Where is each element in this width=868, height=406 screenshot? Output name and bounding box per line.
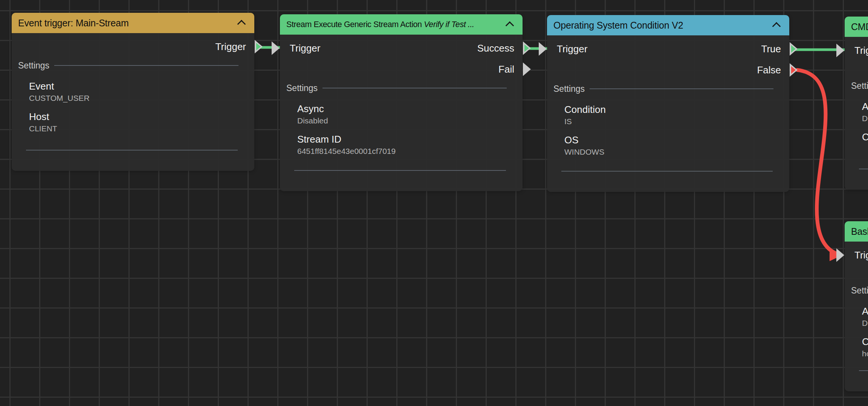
settings-label: Settings <box>851 81 868 91</box>
node-event-trigger[interactable]: Event trigger: Main-Stream Trigger Setti… <box>12 13 254 171</box>
port-row: Trigger True <box>547 38 789 59</box>
output-port-label: Fail <box>498 64 523 75</box>
chevron-up-icon[interactable] <box>237 20 246 28</box>
node-footer-divider <box>859 370 868 371</box>
field-stream-id: Stream ID 6451ff8145e43e0001cf7019 <box>297 133 505 157</box>
node-footer-divider <box>561 171 773 172</box>
settings-divider <box>322 88 507 88</box>
field-label: C <box>862 131 868 143</box>
field-label: Async <box>297 102 505 115</box>
node-header[interactable]: Stream Execute Generic Stream Action Ver… <box>280 14 523 35</box>
input-port-trigger[interactable] <box>539 42 547 56</box>
field-event: Event CUSTOM_USER <box>29 80 237 104</box>
node-title: CMD <box>851 21 868 32</box>
node-stream-execute[interactable]: Stream Execute Generic Stream Action Ver… <box>280 14 523 191</box>
field-os: OS WINDOWS <box>564 134 772 158</box>
output-port-success[interactable] <box>523 41 531 55</box>
output-port-fail[interactable] <box>523 62 531 76</box>
input-port-label: Trigger <box>845 45 868 56</box>
settings-label: Settings <box>286 83 318 93</box>
field-async: Async Disabled <box>862 100 868 124</box>
output-port-true[interactable] <box>790 42 798 56</box>
port-row: Trigger <box>12 36 254 57</box>
input-port-label: Trigger <box>845 249 868 261</box>
settings-section: Settings <box>845 80 868 92</box>
field-label: C <box>862 335 868 348</box>
field-label: Async <box>862 100 868 113</box>
node-bash[interactable]: Bash Trigger Settings Async Disabled C h… <box>845 221 868 391</box>
settings-label: Settings <box>553 84 585 94</box>
field-value: Disabled <box>862 113 868 124</box>
settings-section: Settings <box>845 284 868 297</box>
node-footer-divider <box>26 150 238 151</box>
port-connected-indicator <box>791 45 796 53</box>
field-label: Condition <box>564 103 772 116</box>
port-connected-indicator <box>524 44 529 52</box>
output-port-label: False <box>757 64 789 76</box>
port-row: Fail <box>280 59 523 80</box>
field-value: IS <box>564 116 772 127</box>
node-title: Event trigger: Main-Stream <box>18 18 129 29</box>
node-title: Stream Execute Generic Stream Action Ver… <box>286 20 474 29</box>
field-condition: Condition IS <box>564 103 772 127</box>
field-label: Event <box>29 80 237 93</box>
settings-section: Settings <box>280 82 523 94</box>
field-value: Disabled <box>862 318 868 329</box>
node-title-italic: Verify if Test ... <box>424 20 474 29</box>
node-header[interactable]: Event trigger: Main-Stream <box>12 13 254 33</box>
node-os-condition[interactable]: Operating System Condition V2 Trigger Tr… <box>547 15 789 192</box>
node-header[interactable]: Operating System Condition V2 <box>547 15 789 35</box>
node-title: Bash <box>851 226 868 237</box>
port-row: Trigger <box>845 245 868 266</box>
input-port-trigger[interactable] <box>836 44 844 57</box>
output-port-label: Trigger <box>215 41 254 53</box>
node-header[interactable]: CMD <box>845 17 868 37</box>
node-footer-divider <box>859 169 868 169</box>
output-port-false[interactable] <box>790 63 798 77</box>
settings-label: Settings <box>18 61 49 71</box>
field-value: CUSTOM_USER <box>29 93 237 104</box>
field-command: C ho <box>862 335 868 359</box>
output-port-label: Success <box>477 43 523 54</box>
settings-section: Settings <box>547 83 789 95</box>
field-label: Host <box>29 110 237 123</box>
chevron-up-icon[interactable] <box>772 22 781 30</box>
port-row: Trigger Success <box>280 38 523 59</box>
port-connected-indicator <box>256 43 261 50</box>
input-port-trigger[interactable] <box>836 248 844 262</box>
node-title: Operating System Condition V2 <box>553 20 683 31</box>
output-port-label: True <box>761 43 790 55</box>
field-label: Async <box>862 305 868 318</box>
input-port-trigger[interactable] <box>272 41 280 55</box>
input-port-label: Trigger <box>280 43 320 54</box>
field-value: 6451ff8145e43e0001cf7019 <box>297 146 505 157</box>
node-header[interactable]: Bash <box>845 221 868 242</box>
port-row: False <box>547 59 789 81</box>
field-value: ho <box>862 348 868 359</box>
field-host: Host CLIENT <box>29 110 237 134</box>
field-value: CLIENT <box>29 123 237 134</box>
settings-divider <box>54 65 238 66</box>
chevron-up-icon[interactable] <box>506 21 514 30</box>
settings-divider <box>590 88 773 89</box>
field-async: Async Disabled <box>862 305 868 329</box>
node-cmd[interactable]: CMD Trigger Settings Async Disabled C <box>845 17 868 190</box>
node-footer-divider <box>294 170 506 171</box>
output-port-trigger[interactable] <box>255 40 263 53</box>
field-label: Stream ID <box>297 133 505 146</box>
input-port-label: Trigger <box>547 43 587 55</box>
port-row: Trigger <box>845 40 868 61</box>
field-label: OS <box>564 134 772 146</box>
port-connected-indicator <box>791 66 796 74</box>
field-command: C <box>862 131 868 143</box>
settings-label: Settings <box>851 286 868 296</box>
field-async: Async Disabled <box>297 102 505 126</box>
settings-section: Settings <box>12 59 254 71</box>
field-value: Disabled <box>297 115 505 126</box>
field-value: WINDOWS <box>564 146 772 158</box>
